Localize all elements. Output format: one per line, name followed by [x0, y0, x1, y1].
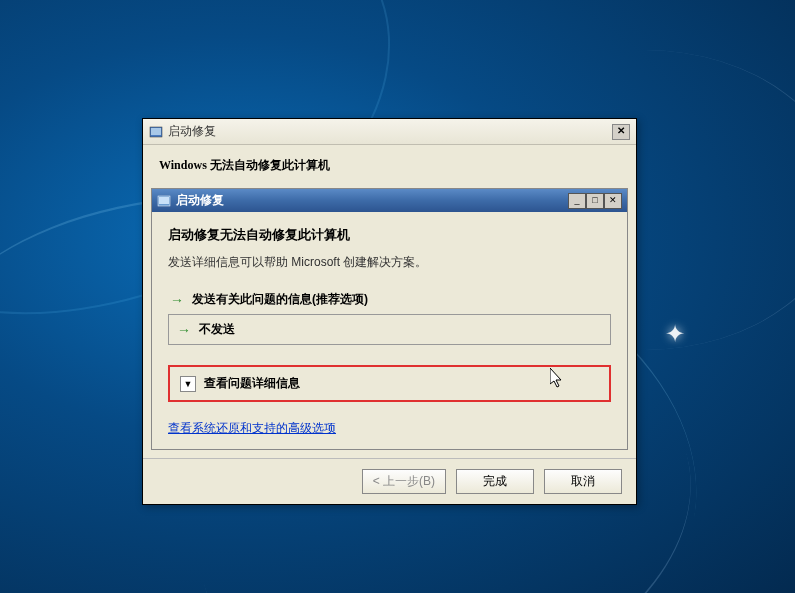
inner-titlebar[interactable]: 启动修复 _ □ ✕	[152, 189, 627, 212]
cancel-button[interactable]: 取消	[544, 469, 622, 494]
button-bar: < 上一步(B) 完成 取消	[143, 458, 636, 504]
close-button[interactable]: ✕	[612, 124, 630, 140]
outer-title: 启动修复	[168, 123, 216, 140]
view-details-section[interactable]: ▼ 查看问题详细信息	[168, 365, 611, 402]
startup-repair-dialog: 启动修复 ✕ Windows 无法自动修复此计算机 启动修复 _ □ ✕	[142, 118, 637, 505]
svg-rect-3	[159, 197, 169, 204]
back-button: < 上一步(B)	[362, 469, 446, 494]
option-dont-send[interactable]: → 不发送	[168, 314, 611, 345]
arrow-icon: →	[177, 322, 191, 338]
minimize-button[interactable]: _	[568, 193, 586, 209]
app-icon	[149, 125, 163, 139]
finish-button[interactable]: 完成	[456, 469, 534, 494]
view-details-label: 查看问题详细信息	[204, 375, 300, 392]
chevron-down-icon[interactable]: ▼	[180, 376, 196, 392]
app-icon	[157, 194, 171, 208]
close-button[interactable]: ✕	[604, 193, 622, 209]
star-decoration	[665, 320, 695, 350]
outer-titlebar[interactable]: 启动修复 ✕	[143, 119, 636, 145]
svg-rect-1	[151, 128, 161, 135]
inner-title: 启动修复	[176, 192, 224, 209]
option-send-label: 发送有关此问题的信息(推荐选项)	[192, 291, 368, 308]
arrow-icon: →	[170, 292, 184, 308]
option-send-info[interactable]: → 发送有关此问题的信息(推荐选项)	[168, 287, 611, 312]
inner-description: 发送详细信息可以帮助 Microsoft 创建解决方案。	[168, 254, 611, 271]
option-dont-send-label: 不发送	[199, 321, 235, 338]
maximize-button[interactable]: □	[586, 193, 604, 209]
inner-heading: 启动修复无法自动修复此计算机	[168, 226, 611, 244]
advanced-options-link[interactable]: 查看系统还原和支持的高级选项	[168, 420, 336, 437]
startup-repair-inner-dialog: 启动修复 _ □ ✕ 启动修复无法自动修复此计算机 发送详细信息可以帮助 Mic…	[151, 188, 628, 450]
outer-heading: Windows 无法自动修复此计算机	[159, 157, 620, 174]
